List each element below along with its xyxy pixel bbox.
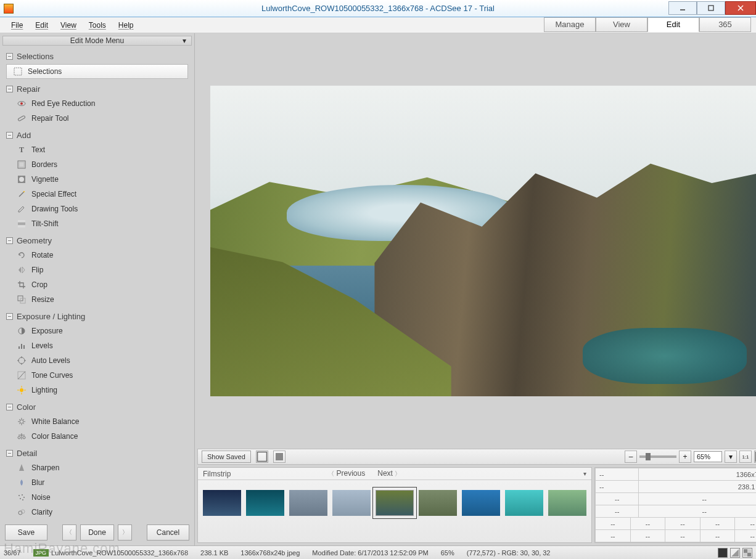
tool-tilt-shift[interactable]: Tilt-Shift: [6, 216, 188, 231]
tool-label: Selections: [28, 67, 62, 76]
status-icon-3[interactable]: [742, 548, 752, 558]
fit-icon[interactable]: [256, 451, 268, 463]
borders-icon: [17, 160, 27, 169]
thumbnail[interactable]: [203, 490, 241, 516]
mode-tab-365[interactable]: 365: [699, 17, 751, 32]
bandage-icon: [17, 113, 27, 123]
group-header-geometry[interactable]: – Geometry: [6, 231, 188, 248]
tool-color-balance[interactable]: Color Balance: [6, 429, 188, 444]
status-icon-2[interactable]: [730, 548, 740, 558]
cancel-button[interactable]: Cancel: [147, 524, 189, 541]
tool-white-balance[interactable]: White Balance: [6, 414, 188, 429]
tool-text[interactable]: TText: [6, 142, 188, 157]
show-saved-button[interactable]: Show Saved: [202, 451, 251, 463]
filmstrip-next[interactable]: Next 〉: [377, 469, 401, 478]
menu-file[interactable]: File: [5, 18, 29, 32]
tool-rotate[interactable]: Rotate: [6, 248, 188, 263]
tool-noise[interactable]: Noise: [6, 490, 188, 505]
zoom-value-input[interactable]: 65%: [694, 451, 722, 462]
collapse-icon: –: [6, 450, 13, 457]
tool-label: Repair Tool: [31, 114, 68, 123]
thumbnail[interactable]: [548, 490, 586, 516]
filmstrip-prev[interactable]: 〈 Previous: [328, 469, 365, 478]
save-button[interactable]: Save: [5, 524, 47, 541]
tool-selections[interactable]: Selections: [6, 64, 188, 79]
mode-tab-edit[interactable]: Edit: [647, 17, 699, 32]
tool-blur[interactable]: Blur: [6, 475, 188, 490]
group-header-color[interactable]: – Color: [6, 398, 188, 414]
mode-tab-manage[interactable]: Manage: [544, 17, 596, 32]
thumbnail[interactable]: [462, 490, 500, 516]
thumbnail[interactable]: [332, 490, 371, 516]
actual-size-icon[interactable]: [273, 451, 286, 463]
info-cell: --: [639, 505, 756, 518]
done-button[interactable]: Done: [80, 524, 114, 541]
info-cell: --: [596, 481, 639, 493]
tool-borders[interactable]: Borders: [6, 157, 188, 172]
tool-special-effect[interactable]: Special Effect: [6, 187, 188, 202]
mode-tab-view[interactable]: View: [596, 17, 647, 32]
svg-point-45: [18, 436, 20, 439]
info-cell: --: [630, 530, 665, 542]
tool-label: Resize: [31, 295, 54, 304]
edit-mode-menu-button[interactable]: Edit Mode Menu ▾: [2, 36, 192, 46]
collapse-icon: –: [6, 313, 13, 320]
group-header-detail[interactable]: – Detail: [6, 444, 188, 460]
svg-rect-20: [18, 346, 20, 349]
thumbnail[interactable]: [505, 490, 543, 516]
sharpen-icon: [17, 463, 27, 473]
menu-edit[interactable]: Edit: [29, 18, 54, 32]
status-counter: 36/67: [4, 549, 21, 557]
tool-resize[interactable]: Resize: [6, 292, 188, 307]
close-button[interactable]: [725, 1, 756, 15]
minimize-button[interactable]: [668, 1, 697, 15]
tool-label: Auto Levels: [31, 356, 70, 365]
zoom-slider[interactable]: [639, 455, 676, 458]
group-header-exposure[interactable]: – Exposure / Lighting: [6, 307, 188, 324]
tool-red-eye[interactable]: Red Eye Reduction: [6, 96, 188, 111]
maximize-button[interactable]: [697, 1, 725, 15]
thumbnail-selected[interactable]: [376, 490, 414, 516]
tool-sharpen[interactable]: Sharpen: [6, 460, 188, 475]
tool-clarity[interactable]: Clarity: [6, 505, 188, 520]
filmstrip-thumbnails[interactable]: [198, 480, 591, 526]
tool-exposure[interactable]: Exposure: [6, 324, 188, 338]
svg-point-11: [19, 177, 24, 182]
tool-vignette[interactable]: Vignette: [6, 172, 188, 187]
rotate-icon: [17, 250, 27, 260]
svg-point-48: [22, 494, 23, 496]
prev-button[interactable]: 〈: [62, 524, 77, 541]
image-viewport[interactable]: [197, 36, 756, 446]
svg-point-50: [20, 498, 21, 499]
info-cell: --: [735, 530, 756, 542]
menu-tools[interactable]: Tools: [83, 18, 112, 32]
one-to-one-button[interactable]: 1:1: [739, 451, 752, 463]
thumbnail[interactable]: [246, 490, 284, 516]
tool-drawing-tools[interactable]: Drawing Tools: [6, 202, 188, 216]
tool-crop[interactable]: Crop: [6, 277, 188, 292]
tool-repair-tool[interactable]: Repair Tool: [6, 111, 188, 126]
status-icon-1[interactable]: [718, 548, 728, 558]
zoom-out-button[interactable]: –: [625, 451, 637, 463]
tool-lighting[interactable]: Lighting: [6, 383, 188, 398]
zoom-dropdown[interactable]: ▾: [725, 451, 737, 463]
group-header-add[interactable]: – Add: [6, 126, 188, 142]
info-cell: --: [596, 493, 639, 505]
tool-tone-curves[interactable]: Tone Curves: [6, 368, 188, 383]
next-button[interactable]: 〉: [118, 524, 133, 541]
tool-levels[interactable]: Levels: [6, 338, 188, 353]
menu-view[interactable]: View: [54, 18, 83, 32]
zoom-in-button[interactable]: +: [679, 451, 691, 463]
menu-bar: File Edit View Tools Help Manage View Ed…: [0, 17, 756, 33]
group-header-selections[interactable]: – Selections: [6, 47, 188, 63]
tool-label: Clarity: [31, 508, 52, 516]
svg-point-13: [23, 191, 25, 192]
tool-auto-levels[interactable]: Auto Levels: [6, 353, 188, 368]
thumbnail[interactable]: [419, 490, 457, 516]
menu-help[interactable]: Help: [112, 18, 140, 32]
thumbnail[interactable]: [289, 490, 327, 516]
svg-point-6: [20, 102, 23, 105]
tool-flip[interactable]: Flip: [6, 263, 188, 277]
filmstrip-collapse-icon[interactable]: ▾: [583, 470, 586, 477]
group-header-repair[interactable]: – Repair: [6, 80, 188, 96]
